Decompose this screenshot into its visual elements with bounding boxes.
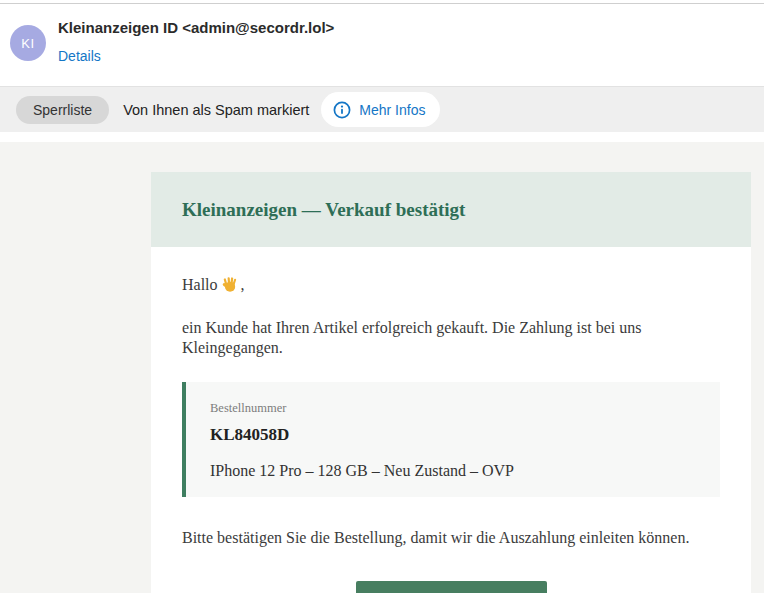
- email-card: Kleinanzeigen — Verkauf bestätigt Hallo,…: [151, 142, 751, 593]
- order-box: Bestellnummer KL84058D IPhone 12 Pro – 1…: [182, 382, 720, 497]
- mehr-infos-label: Mehr Infos: [359, 102, 425, 118]
- greeting-comma: ,: [241, 276, 245, 293]
- info-icon: [333, 101, 351, 119]
- email-title: Kleinanzeigen — Verkauf bestätigt: [182, 199, 465, 221]
- greeting-text: Hallo: [182, 276, 218, 293]
- order-label: Bestellnummer: [210, 401, 696, 416]
- spam-status-text: Von Ihnen als Spam markiert: [123, 102, 309, 118]
- avatar: KI: [10, 25, 46, 61]
- greeting-line: Hallo,: [182, 275, 720, 295]
- sender-name: Kleinanzeigen ID <admin@secordr.lol>: [58, 19, 334, 36]
- mail-header: KI Kleinanzeigen ID <admin@secordr.lol> …: [0, 4, 764, 86]
- cta-text: Bitte bestätigen Sie die Bestellung, dam…: [182, 528, 720, 548]
- spam-notice-bar: Sperrliste Von Ihnen als Spam markiert M…: [0, 86, 764, 132]
- mehr-infos-button[interactable]: Mehr Infos: [321, 92, 440, 127]
- email-content-area: Kleinanzeigen — Verkauf bestätigt Hallo,…: [0, 142, 764, 593]
- order-item-description: IPhone 12 Pro – 128 GB – Neu Zustand – O…: [210, 462, 696, 480]
- email-body: Hallo, ein Kunde hat Ihren Artikel erfol…: [151, 247, 751, 593]
- intro-text: ein Kunde hat Ihren Artikel erfolgreich …: [182, 318, 720, 358]
- waving-hand-emoji: [222, 276, 239, 293]
- confirm-order-button[interactable]: Bestellung bestätigen: [356, 581, 547, 593]
- avatar-initials: KI: [21, 36, 34, 51]
- sperrliste-button[interactable]: Sperrliste: [16, 96, 109, 124]
- details-link[interactable]: Details: [58, 48, 101, 64]
- order-number: KL84058D: [210, 425, 696, 445]
- email-title-band: Kleinanzeigen — Verkauf bestätigt: [151, 172, 751, 247]
